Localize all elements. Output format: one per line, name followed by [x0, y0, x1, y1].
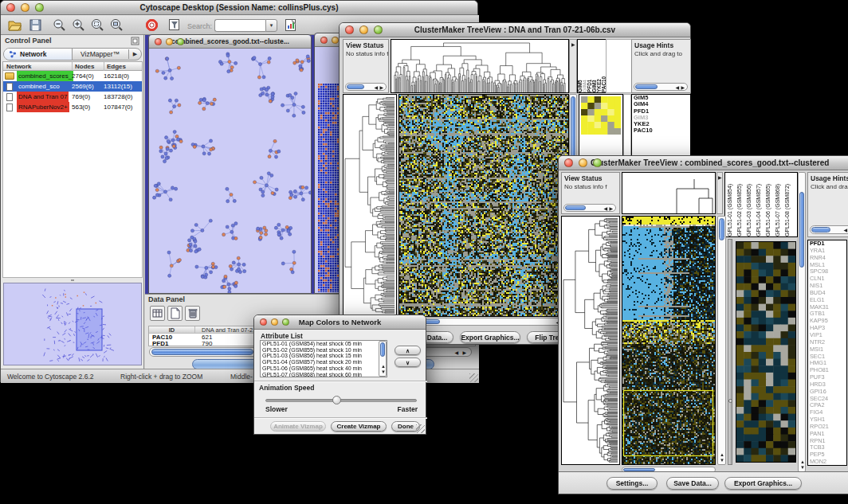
export-graphics-button[interactable]: Export Graphics...: [460, 331, 520, 343]
list-item[interactable]: GPL51-02 (GSM855) heat shock 10 min: [261, 347, 387, 354]
open-folder-icon[interactable]: [7, 18, 22, 33]
list-item[interactable]: GPL51-04 (GSM857): [754, 173, 764, 236]
scroll-strip[interactable]: ▶: [569, 39, 577, 93]
create-vizmap-button[interactable]: Create Vizmap: [331, 421, 387, 432]
separator: [254, 381, 427, 382]
main-title-bar[interactable]: Cytoscape Desktop (Session Name: collins…: [1, 1, 477, 15]
list-item[interactable]: GPL51-03 (GSM856): [744, 173, 754, 236]
scroll-strip[interactable]: ▶: [716, 172, 723, 214]
global-heatmap-canvas[interactable]: [622, 216, 716, 465]
animation-speed-slider[interactable]: [265, 399, 417, 402]
label-item[interactable]: MON2: [808, 459, 846, 466]
list-item[interactable]: GPL51-03 (GSM856) heat shock 15 min: [261, 353, 387, 359]
list-item[interactable]: GPL51-08 (GSM872): [783, 173, 792, 236]
network-row[interactable]: combined_sco2569(6)13112(15): [3, 81, 142, 92]
scroll-thumb[interactable]: [151, 349, 253, 355]
minimize-button[interactable]: [166, 38, 173, 45]
list-item[interactable]: GPL51-02 (GSM855): [735, 173, 744, 236]
zoom-matrix-canvas[interactable]: [581, 96, 621, 135]
treeview2-title-bar[interactable]: ClusterMaker TreeView : combined_scores_…: [559, 156, 848, 170]
list-item[interactable]: GPL51-07 (GSM868) heat shock 60 min: [261, 372, 387, 377]
close-button[interactable]: [260, 318, 267, 326]
mini-hscrollbar[interactable]: ◀▶: [634, 83, 688, 91]
close-button[interactable]: [320, 37, 328, 44]
save-icon[interactable]: [28, 18, 43, 33]
settings-button[interactable]: Settings...: [607, 477, 658, 490]
close-button[interactable]: [564, 158, 573, 167]
attribute-select-button[interactable]: [150, 306, 165, 321]
treeview1-title-bar[interactable]: ClusterMaker TreeView : DNA and Tran 07-…: [340, 23, 690, 37]
move-up-button[interactable]: ∧: [395, 346, 421, 355]
column-dendrogram-canvas[interactable]: [622, 172, 716, 214]
zoom-button[interactable]: [177, 38, 184, 45]
network-name: combined_sco: [17, 81, 61, 92]
lifebuoy-icon[interactable]: [144, 18, 159, 33]
table-header-id[interactable]: ID: [149, 326, 195, 334]
zoom-button[interactable]: [374, 25, 383, 34]
animate-vizmap-button[interactable]: Animate Vizmap: [270, 421, 326, 432]
label-item[interactable]: PAC10: [632, 127, 690, 134]
slider-knob[interactable]: [332, 396, 341, 404]
minimize-button[interactable]: [359, 25, 368, 34]
list-item[interactable]: GPL51-01 (GSM854) heat shock 05 min: [261, 341, 387, 347]
resize-grip[interactable]: [469, 373, 478, 382]
close-button[interactable]: [6, 3, 15, 12]
export-graphics-button[interactable]: Export Graphics...: [724, 477, 802, 490]
zoom-heatmap-canvas[interactable]: [736, 241, 796, 463]
tab-vizmapper[interactable]: VizMapper™: [80, 50, 120, 58]
close-button[interactable]: [345, 25, 354, 34]
zoom-button[interactable]: [593, 158, 602, 167]
zoom-button[interactable]: [282, 318, 289, 326]
gene-list-vscrollbar[interactable]: ▲▼: [798, 172, 806, 472]
minimize-button[interactable]: [579, 158, 587, 167]
move-down-button[interactable]: ∨: [395, 357, 421, 367]
network1-title-bar[interactable]: combined_scores_good.txt--cluste...: [149, 35, 311, 49]
network-table-header[interactable]: Network Nodes Edges: [2, 61, 143, 71]
scroll-right-arrow[interactable]: ▶: [462, 350, 466, 355]
column-dendrogram-canvas[interactable]: [391, 39, 569, 93]
minimize-button[interactable]: [21, 3, 29, 12]
zoom-in-icon[interactable]: [71, 18, 86, 33]
list-item[interactable]: GPL51-06 (GSM865): [764, 173, 773, 236]
control-panel: Control Panel Network VizMapper™ ▶ Netwo…: [1, 35, 144, 369]
network-row[interactable]: DNA and Tran 07769(0)183728(0): [3, 92, 142, 102]
list-item[interactable]: GPL51-07 (GSM868): [773, 173, 783, 236]
zoom-selected-icon[interactable]: [90, 18, 105, 33]
scroll-left-arrow[interactable]: ◀: [454, 350, 458, 355]
delete-attribute-button[interactable]: [185, 306, 200, 321]
tab-network[interactable]: Network: [4, 49, 73, 60]
close-button[interactable]: [155, 38, 162, 45]
split-divider[interactable]: [728, 239, 732, 465]
zoom-out-icon[interactable]: [52, 18, 67, 33]
create-attribute-button[interactable]: [167, 306, 183, 321]
minimize-button[interactable]: [271, 318, 278, 326]
mini-hscrollbar[interactable]: ◀▶: [810, 225, 848, 234]
search-dropdown-button[interactable]: ▼: [265, 19, 277, 32]
network-row[interactable]: RNAPuberNov2+563(0)107847(0): [3, 102, 142, 112]
list-vscrollbar[interactable]: ▲▼: [379, 341, 387, 377]
annotation-filter-icon[interactable]: [167, 18, 182, 33]
zoom-button[interactable]: [35, 3, 44, 12]
float-panel-icon[interactable]: [131, 37, 139, 45]
minimize-button[interactable]: [332, 37, 339, 44]
mini-hscrollbar[interactable]: ◀▶: [345, 83, 387, 91]
report-icon[interactable]: [283, 18, 298, 33]
dialog-title-bar[interactable]: Map Colors to Network: [254, 315, 426, 330]
list-item[interactable]: GPL51-06 (GSM865) heat shock 40 min: [261, 365, 387, 372]
save-data-button[interactable]: Save Data...: [666, 477, 719, 490]
list-item[interactable]: GPL51-04 (GSM857) heat shock 20 min: [261, 359, 387, 365]
row-dendrogram-canvas[interactable]: [561, 216, 620, 465]
global-heatmap-canvas[interactable]: [398, 94, 569, 317]
zoom-fit-icon[interactable]: [109, 18, 124, 33]
mini-hscrollbar[interactable]: ◀▶: [563, 204, 616, 212]
dense-network-canvas[interactable]: [318, 84, 340, 292]
search-input[interactable]: [214, 19, 265, 32]
row-dendrogram-canvas[interactable]: [343, 94, 397, 317]
tab-more-button[interactable]: ▶: [128, 49, 141, 59]
heatmap-vscrollbar[interactable]: ▲▼: [717, 216, 726, 465]
resize-grip[interactable]: [416, 424, 425, 433]
network-canvas[interactable]: [149, 49, 311, 293]
network-row[interactable]: combined_scores_2764(0)16218(0): [3, 71, 142, 81]
list-item[interactable]: GPL51-01 (GSM854): [725, 173, 735, 236]
network-overview-thumbnail[interactable]: [3, 283, 142, 365]
